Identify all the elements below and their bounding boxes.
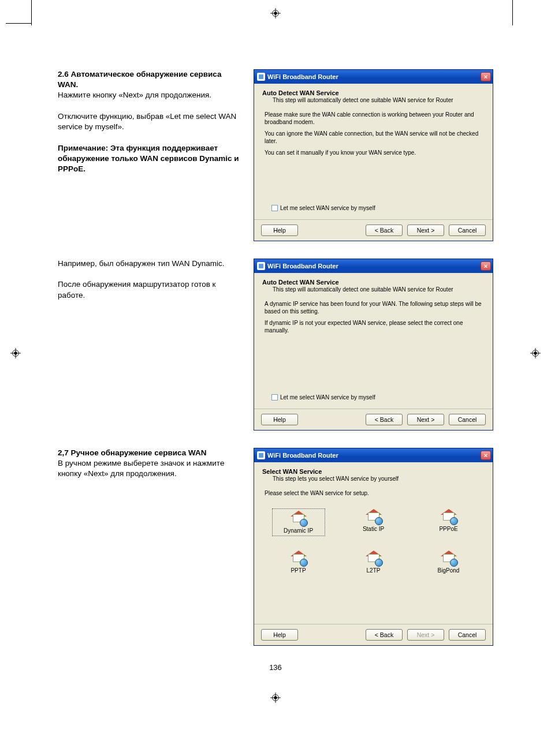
window-title: WiFi Broadband Router [267, 452, 338, 459]
app-icon [257, 451, 265, 459]
close-button[interactable]: × [481, 72, 491, 81]
help-button[interactable]: Help [261, 414, 298, 425]
registration-mark-icon [270, 693, 281, 703]
checkbox-label: Let me select WAN service by myself [280, 394, 375, 401]
wan-option-label: BigPond [438, 567, 460, 574]
house-globe-icon [441, 509, 457, 524]
wan-option-label: PPTP [291, 567, 306, 574]
dialog-text: Please select the WAN service for setup. [265, 490, 482, 497]
dialog-window: WiFi Broadband Router × Auto Detect WAN … [254, 259, 493, 431]
dialog-subheading: This step will automatically detect one … [273, 97, 485, 103]
wan-option-static-ip[interactable]: Static IP [348, 509, 400, 536]
house-globe-icon [291, 511, 307, 526]
next-button[interactable]: Next > [407, 629, 444, 641]
dialog-window: WiFi Broadband Router × Select WAN Servi… [254, 448, 493, 646]
section-heading: 2.6 Автоматическое обнаружение сервиса W… [58, 69, 242, 90]
section-heading: 2,7 Ручное обнаружение сервиса WAN [58, 448, 242, 458]
window-title: WiFi Broadband Router [267, 73, 338, 80]
dialog-text: Please make sure the WAN cable connectio… [265, 111, 482, 126]
dialog-text: A dynamic IP service has been found for … [265, 301, 482, 315]
checkbox-label: Let me select WAN service by myself [280, 205, 375, 211]
note-text: Примечание: Эта функция поддерживает обн… [58, 143, 242, 175]
wan-option-pppoe[interactable]: PPPoE [423, 509, 475, 536]
body-text: В ручном режиме выберете значок и нажмит… [58, 458, 242, 479]
body-text: После обнаружения маршрутизатор готов к … [58, 279, 242, 300]
back-button[interactable]: < Back [366, 629, 403, 641]
house-globe-icon [291, 551, 307, 566]
close-button[interactable]: × [481, 261, 491, 271]
dialog-text: You can ignore the WAN cable connection,… [265, 130, 482, 145]
dialog-heading: Auto Detect WAN Service [262, 89, 485, 96]
page-number: 136 [58, 663, 493, 672]
dialog-text: You can set it manually if you know your… [265, 149, 482, 157]
checkbox[interactable] [271, 394, 278, 401]
help-button[interactable]: Help [261, 629, 298, 641]
back-button[interactable]: < Back [366, 224, 403, 236]
wan-option-label: Dynamic IP [284, 527, 313, 534]
checkbox[interactable] [271, 205, 278, 211]
cancel-button[interactable]: Cancel [449, 224, 486, 236]
body-text: Отключите функцию, выбрав «Let me select… [58, 111, 242, 132]
wan-option-label: Static IP [363, 526, 384, 532]
body-text: Нажмите кнопку «Next» для продолжения. [58, 90, 242, 100]
cancel-button[interactable]: Cancel [449, 629, 486, 641]
titlebar[interactable]: WiFi Broadband Router × [254, 448, 493, 462]
window-title: WiFi Broadband Router [267, 263, 338, 270]
body-text: Например, был обнаружен тип WAN Dynamic. [58, 259, 242, 269]
app-icon [257, 73, 265, 81]
dialog-subheading: This step will automatically detect one … [273, 286, 485, 293]
cancel-button[interactable]: Cancel [449, 414, 486, 425]
next-button[interactable]: Next > [407, 414, 444, 425]
app-icon [257, 262, 265, 270]
wan-option-bigpond[interactable]: BigPond [423, 551, 475, 574]
dialog-text: If dynamic IP is not your expected WAN s… [265, 320, 482, 334]
wan-option-label: L2TP [367, 567, 381, 574]
wan-option-dynamic-ip[interactable]: Dynamic IP [273, 509, 325, 536]
dialog-heading: Select WAN Service [262, 468, 485, 475]
house-globe-icon [366, 551, 382, 566]
wan-option-l2tp[interactable]: L2TP [348, 551, 400, 574]
wan-option-pptp[interactable]: PPTP [273, 551, 325, 574]
next-button[interactable]: Next > [407, 224, 444, 236]
dialog-heading: Auto Detect WAN Service [262, 279, 485, 286]
dialog-window: WiFi Broadband Router × Auto Detect WAN … [254, 69, 493, 241]
titlebar[interactable]: WiFi Broadband Router × [254, 259, 493, 273]
close-button[interactable]: × [481, 451, 491, 460]
back-button[interactable]: < Back [366, 414, 403, 425]
help-button[interactable]: Help [261, 224, 298, 236]
house-globe-icon [441, 551, 457, 566]
wan-option-label: PPPoE [439, 526, 457, 532]
dialog-subheading: This step lets you select WAN service by… [273, 476, 485, 482]
house-globe-icon [366, 509, 382, 524]
titlebar[interactable]: WiFi Broadband Router × [254, 70, 493, 84]
